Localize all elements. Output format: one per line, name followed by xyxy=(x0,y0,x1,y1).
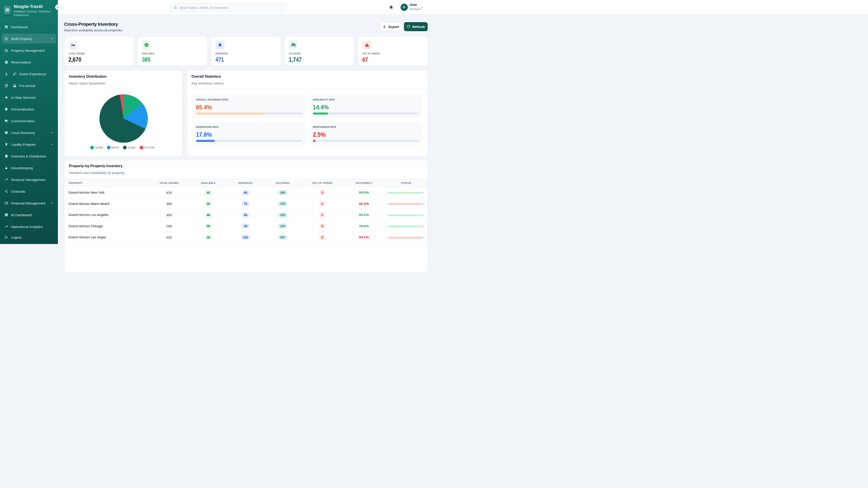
svg-text:?: ? xyxy=(6,108,6,109)
